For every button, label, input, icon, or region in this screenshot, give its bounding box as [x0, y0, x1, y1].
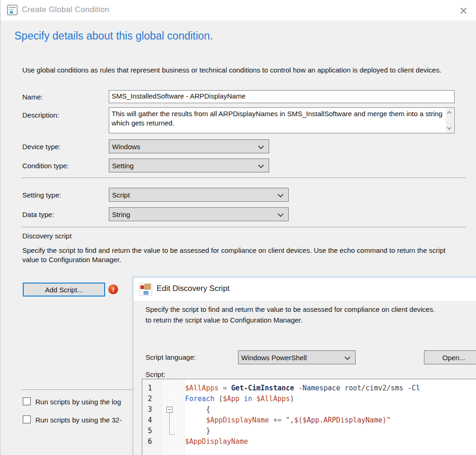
line-number: 2	[142, 394, 163, 404]
run-logged-checkbox-label: Run scripts by using the log	[35, 398, 121, 406]
setting-type-label: Setting type:	[22, 191, 61, 199]
fold-connector-corner	[169, 434, 175, 435]
setting-type-select[interactable]: Script	[109, 188, 289, 202]
chevron-down-icon	[344, 354, 350, 360]
chevron-down-icon	[258, 143, 264, 149]
description-text: This will gather the results from all AR…	[112, 109, 444, 128]
code-line: $AppDisplayName += ",$($App.ARPDisplayNa…	[185, 415, 476, 426]
edit-dialog-titlebar: Edit Discovery Script	[133, 277, 476, 302]
name-input[interactable]: SMS_InstalledSoftware - ARPDisplayName	[109, 90, 455, 103]
warning-glyph: !	[112, 286, 114, 293]
fold-margin	[163, 379, 185, 455]
close-icon: ×	[459, 3, 468, 19]
code-line: {	[185, 404, 476, 415]
chevron-down-icon	[278, 191, 284, 198]
separator	[21, 227, 466, 227]
device-type-select[interactable]: Windows	[109, 139, 269, 153]
chevron-down-icon	[278, 211, 284, 217]
edit-instructions-line2: to return the script value to Configurat…	[145, 316, 476, 324]
form-icon	[139, 283, 152, 296]
code-line: $AppDisplayName	[185, 436, 476, 447]
code-line: }	[185, 426, 476, 436]
window-icon	[7, 5, 18, 15]
close-button[interactable]: ×	[454, 3, 473, 19]
scroll-up-icon[interactable]	[447, 111, 452, 116]
window-title: Create Global Condition	[22, 5, 109, 14]
line-number: 4	[142, 415, 163, 426]
code-line: $AllApps = Get-CimInstance -Namespace ro…	[185, 383, 476, 394]
chevron-down-icon	[258, 162, 264, 168]
script-editor[interactable]: 123456 $AllApps = Get-CimInstance -Names…	[142, 379, 476, 455]
edit-discovery-script-dialog: Edit Discovery Script Specify the script…	[133, 277, 476, 455]
data-type-select[interactable]: String	[109, 207, 289, 221]
name-label: Name:	[22, 93, 43, 101]
script-language-label: Script language:	[145, 353, 196, 361]
description-label: Description:	[22, 111, 59, 119]
fold-connector-line	[169, 413, 170, 434]
intro-text: Use global conditions as rules that repr…	[22, 66, 449, 75]
script-language-select[interactable]: Windows PowerShell	[238, 350, 356, 364]
edit-instructions-line1: Specify the script to find and return th…	[145, 305, 476, 313]
open-button[interactable]: Open...	[424, 350, 476, 364]
separator	[21, 178, 466, 178]
discovery-instructions: Specify the script to find and return th…	[22, 246, 449, 264]
code-lines[interactable]: $AllApps = Get-CimInstance -Namespace ro…	[185, 379, 476, 455]
description-scrollbar[interactable]	[446, 108, 454, 132]
data-type-label: Data type:	[22, 211, 54, 218]
condition-type-label: Condition type:	[22, 162, 69, 170]
condition-type-select[interactable]: Setting	[109, 158, 269, 172]
data-type-value: String	[112, 211, 130, 218]
script-language-value: Windows PowerShell	[241, 354, 307, 362]
code-line: Foreach ($App in $AllApps)	[185, 394, 476, 404]
run-logged-checkbox[interactable]	[23, 397, 31, 405]
script-label: Script:	[145, 370, 165, 378]
gutter-numbers: 123456	[142, 379, 163, 455]
fold-collapse-icon[interactable]	[166, 407, 172, 413]
discovery-script-heading: Discovery script	[22, 232, 72, 240]
add-script-button[interactable]: Add Script...	[23, 283, 105, 297]
window-titlebar: Create Global Condition ×	[0, 0, 476, 20]
description-textarea[interactable]: This will gather the results from all AR…	[109, 107, 455, 133]
run-32bit-checkbox[interactable]	[23, 415, 31, 423]
line-number: 5	[142, 426, 163, 436]
device-type-label: Device type:	[22, 143, 61, 151]
line-number: 3	[142, 404, 163, 415]
scroll-down-icon[interactable]	[447, 125, 452, 130]
create-global-condition-window: Create Global Condition × Specify detail…	[0, 0, 476, 455]
condition-type-value: Setting	[112, 162, 134, 170]
device-type-value: Windows	[112, 143, 140, 151]
line-number: 6	[142, 436, 163, 447]
page-heading: Specify details about this global condit…	[14, 30, 213, 42]
warning-icon: !	[108, 284, 118, 294]
edit-dialog-title: Edit Discovery Script	[157, 284, 230, 293]
setting-type-value: Script	[112, 191, 130, 199]
line-number: 1	[142, 383, 163, 394]
run-32bit-checkbox-label: Run scripts by using the 32-	[35, 416, 122, 424]
